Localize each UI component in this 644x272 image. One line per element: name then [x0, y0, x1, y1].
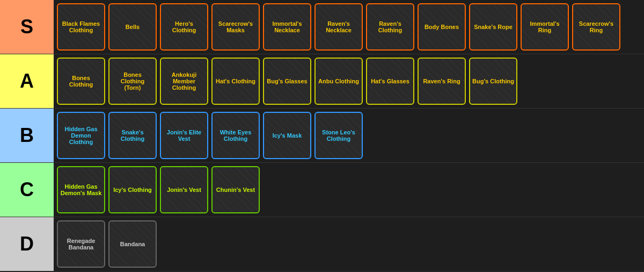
tier-items-d: Renegade BandanaBandana	[54, 217, 644, 271]
tier-items-b: Hidden Gas Demon ClothingSnake's Clothin…	[54, 109, 644, 162]
list-item[interactable]: Snake's Clothing	[108, 112, 157, 159]
list-item[interactable]: Jonin's Vest	[160, 166, 208, 213]
list-item[interactable]: Icy's Mask	[263, 112, 311, 159]
list-item[interactable]: Raven's Necklace	[314, 3, 363, 51]
list-item[interactable]: Hat's Glasses	[366, 58, 414, 105]
list-item[interactable]: Immortal's Ring	[521, 3, 569, 51]
list-item[interactable]: Bug's Clothing	[469, 58, 517, 105]
tier-list: SBlack Flames ClothingBellsHero's Clothi…	[0, 0, 644, 271]
tier-label-d: D	[0, 217, 54, 271]
tier-row-s: SBlack Flames ClothingBellsHero's Clothi…	[0, 0, 644, 54]
list-item[interactable]: Scarecrow's Masks	[211, 3, 260, 51]
tier-label-c: C	[0, 163, 54, 217]
list-item[interactable]: Jonin's Elite Vest	[160, 112, 208, 159]
tier-row-b: BHidden Gas Demon ClothingSnake's Clothi…	[0, 109, 644, 163]
tier-label-s: S	[0, 0, 54, 54]
list-item[interactable]: Scarecrow's Ring	[572, 3, 620, 51]
list-item[interactable]: Black Flames Clothing	[57, 3, 105, 51]
list-item[interactable]: Renegade Bandana	[57, 220, 105, 268]
list-item[interactable]: Bones Clothing (Torn)	[108, 58, 157, 105]
list-item[interactable]: Hero's Clothing	[160, 3, 208, 51]
list-item[interactable]: Bug's Glasses	[263, 58, 311, 105]
tier-items-a: Bones ClothingBones Clothing (Torn)Ankok…	[54, 54, 644, 108]
list-item[interactable]: White Eyes Clothing	[211, 112, 260, 159]
list-item[interactable]: Raven's Clothing	[366, 3, 414, 51]
tier-row-d: DRenegade BandanaBandana	[0, 217, 644, 271]
list-item[interactable]: Body Bones	[418, 3, 466, 51]
list-item[interactable]: Icy's Clothing	[108, 166, 157, 213]
list-item[interactable]: Stone Leo's Clothing	[314, 112, 363, 159]
tier-row-a: ABones ClothingBones Clothing (Torn)Anko…	[0, 54, 644, 109]
list-item[interactable]: Chunin's Vest	[211, 166, 260, 213]
list-item[interactable]: Ankokuji Member Clothing	[160, 58, 208, 105]
list-item[interactable]: Anbu Clothing	[314, 58, 363, 105]
list-item[interactable]: Bones Clothing	[57, 58, 105, 105]
tier-items-s: Black Flames ClothingBellsHero's Clothin…	[54, 0, 644, 54]
list-item[interactable]: Hidden Gas Demon's Mask	[57, 166, 105, 213]
list-item[interactable]: Snake's Rope	[469, 3, 517, 51]
list-item[interactable]: Bandana	[108, 220, 157, 268]
list-item[interactable]: Bells	[108, 3, 157, 51]
tier-label-a: A	[0, 54, 54, 108]
list-item[interactable]: Immortal's Necklace	[263, 3, 311, 51]
tier-row-c: CHidden Gas Demon's MaskIcy's ClothingJo…	[0, 163, 644, 217]
list-item[interactable]: Hat's Clothing	[211, 58, 260, 105]
list-item[interactable]: Raven's Ring	[418, 58, 466, 105]
list-item[interactable]: Hidden Gas Demon Clothing	[57, 112, 105, 159]
tier-label-b: B	[0, 109, 54, 162]
tier-items-c: Hidden Gas Demon's MaskIcy's ClothingJon…	[54, 163, 644, 217]
